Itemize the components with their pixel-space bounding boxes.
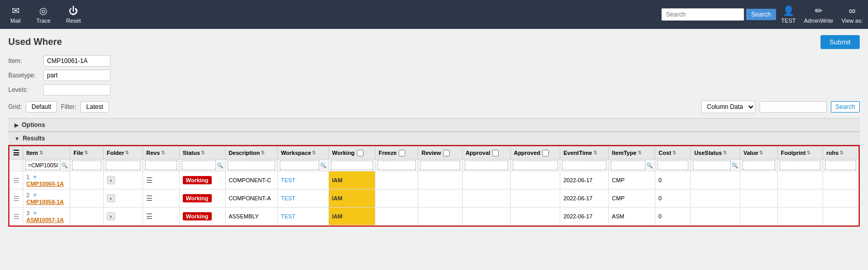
revs-layers-icon: ☰ — [146, 176, 153, 184]
cell-item: 1 + CMP10060-1A — [23, 171, 70, 189]
latest-button[interactable]: Latest — [81, 101, 109, 113]
filter-description-input[interactable] — [228, 161, 275, 170]
cell-revs: ☰ — [143, 171, 180, 189]
folder-sort-icon[interactable]: ⇅ — [125, 150, 129, 155]
cell-footprint — [778, 189, 823, 208]
nav-right-section: 👤 TEST ✏ AdminWrite ∞ View as: — [781, 5, 863, 24]
expand-row-button[interactable]: + — [33, 210, 37, 217]
filter-file-input[interactable] — [72, 161, 101, 170]
workspace-link[interactable]: TEST — [281, 195, 295, 201]
value-sort-icon[interactable]: ⇅ — [759, 150, 763, 155]
eventtime-sort-icon[interactable]: ⇅ — [593, 150, 597, 155]
filter-approved-input[interactable] — [513, 161, 558, 170]
file-sort-icon[interactable]: ⇅ — [84, 150, 88, 155]
filter-approval-input[interactable] — [465, 161, 508, 170]
filter-revs-input[interactable] — [145, 161, 177, 170]
item-input[interactable] — [43, 55, 111, 67]
results-section-header[interactable]: ▼ Results — [8, 132, 860, 145]
mail-icon: ✉ — [12, 5, 20, 17]
workspace-sort-icon[interactable]: ⇅ — [312, 150, 316, 155]
levels-label: Levels: — [8, 86, 39, 93]
approved-checkbox[interactable] — [542, 150, 549, 156]
item-link[interactable]: CMP10060-1A — [26, 181, 64, 187]
nav-trace[interactable]: ◎ Trace — [31, 3, 56, 26]
cost-sort-icon[interactable]: ⇅ — [672, 150, 676, 155]
revs-sort-icon[interactable]: ⇅ — [161, 150, 165, 155]
filter-working-input[interactable] — [331, 161, 373, 170]
item-link[interactable]: ASM10057-1A — [26, 217, 64, 223]
filter-eventtime-input[interactable] — [562, 161, 606, 170]
nav-trace-label: Trace — [36, 18, 51, 24]
cell-workspace: TEST — [277, 189, 328, 208]
workspace-link[interactable]: TEST — [281, 213, 295, 219]
item-sort-icon[interactable]: ⇅ — [39, 150, 43, 155]
filter-status: 🔍 — [179, 160, 225, 171]
default-button[interactable]: Default — [26, 101, 57, 113]
drag-icon: ☰ — [13, 195, 20, 202]
nav-viewas[interactable]: ∞ View as: — [842, 6, 863, 24]
rohs-sort-icon[interactable]: ⇅ — [840, 150, 844, 155]
cell-freeze — [375, 189, 418, 208]
toolbar-search-input[interactable] — [760, 101, 827, 113]
filter-usestatus-input[interactable] — [693, 161, 730, 170]
submit-button[interactable]: Submit — [820, 35, 860, 49]
cell-description: ASSEMBLY — [225, 208, 277, 226]
filter-value-input[interactable] — [743, 161, 775, 170]
cell-file — [70, 189, 104, 208]
workspace-link[interactable]: TEST — [281, 177, 295, 183]
usestatus-sort-icon[interactable]: ⇅ — [723, 150, 727, 155]
approval-checkbox[interactable] — [492, 150, 499, 156]
levels-input[interactable] — [43, 84, 111, 96]
filter-review-input[interactable] — [420, 161, 460, 170]
cell-value — [740, 208, 777, 226]
folder-arrow-button[interactable]: › — [107, 194, 115, 202]
basetype-input[interactable] — [43, 70, 111, 81]
status-sort-icon[interactable]: ⇅ — [201, 150, 205, 155]
top-search-input[interactable] — [661, 8, 744, 21]
cell-cost: 0 — [655, 171, 691, 189]
th-eventtime: EventTime ⇅ — [560, 147, 609, 160]
hamburger-icon[interactable]: ☰ — [13, 149, 20, 157]
th-footprint: Footprint ⇅ — [778, 147, 823, 160]
review-checkbox[interactable] — [443, 150, 450, 156]
filter-freeze-input[interactable] — [377, 161, 416, 170]
filter-footprint-input[interactable] — [780, 161, 820, 170]
column-data-select[interactable]: Column Data — [701, 101, 755, 113]
cell-usestatus — [691, 208, 740, 226]
working-checkbox[interactable] — [357, 150, 364, 156]
cell-working: IAM — [329, 189, 375, 208]
nav-mail[interactable]: ✉ Mail — [5, 3, 26, 26]
filter-rohs-input[interactable] — [825, 161, 856, 170]
cell-itemtype: ASM — [609, 208, 655, 226]
filter-workspace: 🔍 — [277, 160, 328, 171]
filter-workspace-input[interactable] — [280, 161, 319, 170]
item-link[interactable]: CMP10058-1A — [26, 199, 64, 205]
th-eventtime-label: EventTime — [563, 150, 592, 156]
options-section-header[interactable]: ▶ Options — [8, 118, 860, 132]
itemtype-sort-icon[interactable]: ⇅ — [638, 150, 642, 155]
description-sort-icon[interactable]: ⇅ — [261, 150, 265, 155]
filter-status-input[interactable] — [182, 161, 216, 170]
top-search-button[interactable]: Search — [746, 9, 776, 20]
filter-folder-input[interactable] — [106, 161, 140, 170]
nav-adminwrite[interactable]: ✏ AdminWrite — [804, 5, 833, 24]
freeze-checkbox[interactable] — [399, 150, 405, 156]
nav-user[interactable]: 👤 TEST — [781, 5, 796, 24]
folder-arrow-button[interactable]: › — [107, 176, 115, 184]
nav-reset-label: Reset — [66, 18, 81, 24]
toolbar-search-button[interactable]: Search — [831, 101, 860, 113]
expand-row-button[interactable]: + — [33, 192, 37, 199]
status-badge: Working — [183, 212, 212, 220]
folder-arrow-button[interactable]: › — [107, 212, 115, 220]
filter-cost-input[interactable] — [657, 161, 688, 170]
filter-item-input[interactable] — [25, 161, 60, 170]
filter-freeze — [375, 160, 418, 171]
th-folder: Folder ⇅ — [103, 147, 143, 160]
filter-revs — [143, 160, 180, 171]
nav-reset[interactable]: ⏻ Reset — [61, 4, 86, 26]
filter-file — [70, 160, 104, 171]
footprint-sort-icon[interactable]: ⇅ — [807, 150, 811, 155]
form-item-row: Item: — [8, 55, 860, 67]
filter-itemtype-input[interactable] — [611, 161, 645, 170]
expand-row-button[interactable]: + — [33, 173, 37, 181]
